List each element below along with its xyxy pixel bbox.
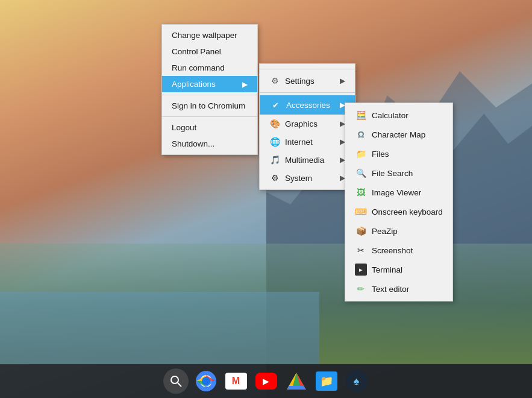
menu-item-peazip[interactable]: 📦 PeaZip	[345, 221, 452, 241]
menu-item-internet[interactable]: 🌐 Internet ▶	[260, 133, 355, 151]
taskbar: M ▶ 📁 ♠	[0, 364, 532, 398]
menu-item-settings[interactable]: ⚙ Settings ▶	[260, 72, 355, 90]
file-search-icon: 🔍	[355, 167, 367, 179]
menu-item-accessories[interactable]: ✔ Accessories ▶	[260, 95, 355, 115]
menu-item-control-panel[interactable]: Control Panel	[162, 43, 257, 60]
text-editor-icon: ✏	[355, 283, 367, 295]
system-icon: ⚙	[269, 172, 280, 183]
steam-icon: ♠	[346, 370, 368, 392]
menu-item-applications[interactable]: Applications ▶	[162, 76, 257, 92]
taskbar-drive-button[interactable]	[284, 368, 309, 394]
svg-line-3	[178, 383, 181, 387]
screenshot-icon: ✂	[355, 244, 367, 256]
menu-item-system[interactable]: ⚙ System ▶	[260, 169, 355, 187]
menu-item-files[interactable]: 📁 Files	[345, 144, 452, 163]
taskbar-chromium-button[interactable]	[193, 368, 219, 394]
taskbar-steam-button[interactable]: ♠	[344, 368, 369, 394]
settings-arrow: ▶	[340, 77, 345, 85]
separator-1	[162, 95, 257, 95]
svg-point-6	[202, 377, 210, 385]
applications-submenu: ⚙ Settings ▶ ✔ Accessories ▶ 🎨 Graphics …	[259, 63, 355, 190]
image-viewer-icon: 🖼	[355, 186, 367, 198]
apps-sep-mid	[260, 92, 355, 93]
menu-item-logout[interactable]: Logout	[162, 119, 257, 136]
graphics-icon: 🎨	[269, 118, 280, 129]
separator-2	[162, 116, 257, 117]
settings-icon: ⚙	[269, 75, 280, 86]
menu-item-shutdown[interactable]: Shutdown...	[162, 136, 257, 152]
accessories-icon: ✔	[269, 99, 281, 111]
accessories-submenu: 🧮 Calculator Ω Character Map 📁 Files 🔍 F…	[345, 103, 453, 302]
onscreen-keyboard-icon: ⌨	[355, 206, 367, 218]
youtube-icon: ▶	[255, 373, 277, 390]
google-drive-icon	[286, 370, 307, 392]
menu-item-terminal[interactable]: ▸ Terminal	[345, 260, 452, 279]
menu-item-image-viewer[interactable]: 🖼 Image Viewer	[345, 183, 452, 202]
menu-item-character-map[interactable]: Ω Character Map	[345, 125, 452, 144]
taskbar-files-button[interactable]: 📁	[314, 368, 339, 394]
menu-item-screenshot[interactable]: ✂ Screenshot	[345, 241, 452, 260]
apps-sep-top	[260, 69, 355, 69]
main-context-menu: Change wallpaper Control Panel Run comma…	[161, 24, 258, 155]
menu-item-file-search[interactable]: 🔍 File Search	[345, 163, 452, 183]
menu-item-multimedia[interactable]: 🎵 Multimedia ▶	[260, 151, 355, 169]
menu-item-graphics[interactable]: 🎨 Graphics ▶	[260, 115, 355, 133]
peazip-icon: 📦	[355, 225, 367, 237]
water	[0, 292, 319, 364]
svg-marker-11	[287, 386, 306, 390]
menu-item-sign-in[interactable]: Sign in to Chromium	[162, 98, 257, 114]
taskbar-search-button[interactable]	[163, 368, 189, 394]
taskbar-gmail-button[interactable]: M	[224, 368, 249, 394]
menu-item-change-wallpaper[interactable]: Change wallpaper	[162, 27, 257, 43]
gmail-icon: M	[225, 373, 247, 390]
menu-item-run-command[interactable]: Run command	[162, 60, 257, 76]
chromium-icon	[195, 370, 217, 392]
internet-icon: 🌐	[269, 136, 280, 147]
menu-item-onscreen-keyboard[interactable]: ⌨ Onscreen keyboard	[345, 202, 452, 221]
applications-arrow: ▶	[242, 80, 248, 89]
taskbar-youtube-button[interactable]: ▶	[254, 368, 279, 394]
svg-point-2	[171, 376, 178, 384]
character-map-icon: Ω	[355, 128, 367, 141]
menu-item-text-editor[interactable]: ✏ Text editor	[345, 279, 452, 298]
calculator-icon: 🧮	[355, 109, 367, 121]
terminal-icon: ▸	[355, 264, 367, 276]
search-icon	[169, 374, 183, 388]
files-icon: 📁	[355, 148, 367, 160]
multimedia-icon: 🎵	[269, 154, 280, 165]
menu-item-calculator[interactable]: 🧮 Calculator	[345, 106, 452, 125]
files-taskbar-icon: 📁	[316, 371, 337, 391]
